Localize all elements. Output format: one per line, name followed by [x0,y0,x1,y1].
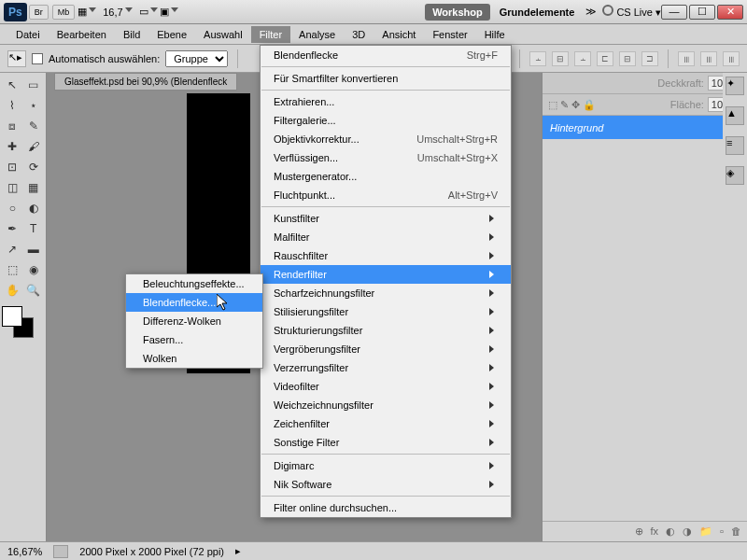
dodge-tool[interactable]: ◐ [24,199,44,217]
screenmode-icon[interactable]: ▣ [162,5,176,20]
zoom-field[interactable]: 16,7 [103,7,132,18]
shape-tool[interactable]: ▬ [24,240,44,259]
mask-icon[interactable]: ◐ [666,525,675,538]
filter-item[interactable]: Filtergalerie... [261,111,511,130]
filter-item[interactable]: Für Smartfilter konvertieren [261,69,511,88]
adjust-icon[interactable]: ◑ [683,525,692,538]
viewmode-icon[interactable]: ▭ [141,5,156,20]
close-button[interactable]: ✕ [717,5,743,20]
auto-select-checkbox[interactable] [32,53,43,64]
menu-filter[interactable]: Filter [251,26,290,43]
camera-tool[interactable]: ◉ [24,260,44,279]
menu-bild[interactable]: Bild [115,26,148,43]
crop-tool[interactable]: ⧈ [3,117,22,135]
eraser-tool[interactable]: ◫ [3,178,22,197]
workspace-more[interactable]: ≫ [585,6,597,18]
panel-icon[interactable]: ≡ [726,136,744,155]
submenu-item[interactable]: Beleuchtungseffekte... [126,274,262,293]
filter-item[interactable]: Objektivkorrektur...Umschalt+Strg+R [261,130,511,148]
3d-tool[interactable]: ⬚ [3,260,22,279]
marquee-tool[interactable]: ▭ [24,76,44,94]
menu-hilfe[interactable]: Hilfe [476,26,514,43]
new-icon[interactable]: ▫ [720,525,724,538]
move-tool-indicator[interactable]: ↖▸ [7,50,26,67]
status-arrow[interactable]: ▸ [235,545,241,557]
menu-fenster[interactable]: Fenster [424,26,475,43]
trash-icon[interactable]: 🗑 [731,525,741,538]
filter-item[interactable]: Verflüssigen...Umschalt+Strg+X [261,148,511,167]
submenu-item[interactable]: Fasern... [126,330,262,349]
align-hcenter-icon[interactable]: ⊟ [619,51,636,66]
filter-item[interactable]: Rauschfilter [261,246,511,265]
filter-item[interactable]: Mustergenerator... [261,167,511,186]
cslive-button[interactable]: CS Live ▾ [602,5,661,19]
filter-item[interactable]: Scharfzeichnungsfilter [261,284,511,302]
filter-item[interactable]: Verzerrungsfilter [261,358,511,377]
move-tool[interactable]: ↖ [3,76,22,94]
menu-3d[interactable]: 3D [344,26,374,43]
hand-tool[interactable]: ✋ [3,281,22,300]
status-zoom[interactable]: 16,67% [7,546,42,557]
align-top-icon[interactable]: ⫠ [529,51,546,66]
menu-ansicht[interactable]: Ansicht [374,26,424,43]
layer-row[interactable]: Hintergrund 🔒 [543,116,747,139]
fx-icon[interactable]: fx [651,525,659,538]
status-icon[interactable] [53,545,68,558]
filter-item[interactable]: Strukturierungsfilter [261,321,511,340]
pen-tool[interactable]: ✒ [3,219,22,238]
brush-tool[interactable]: 🖌 [24,137,44,156]
menu-ebene[interactable]: Ebene [148,26,195,43]
path-tool[interactable]: ↗ [3,240,22,259]
panel-icon[interactable]: ▲ [726,106,744,125]
filter-item[interactable]: Nik Software [261,475,511,494]
maximize-button[interactable]: ☐ [689,5,715,20]
filter-item[interactable]: Extrahieren... [261,92,511,111]
panel-icon[interactable]: ◈ [726,166,744,185]
heal-tool[interactable]: ✚ [3,137,22,156]
menu-analyse[interactable]: Analyse [290,26,344,43]
folder-icon[interactable]: 📁 [699,525,712,538]
minibridge-button[interactable]: Mb [52,5,76,20]
type-tool[interactable]: T [24,219,44,238]
stamp-tool[interactable]: ⊡ [3,158,22,176]
link-icon[interactable]: ⊕ [635,525,643,538]
auto-select-dropdown[interactable]: Gruppe [165,50,228,67]
bridge-button[interactable]: Br [29,5,49,20]
filter-item[interactable]: Malfilter [261,228,511,246]
filter-item[interactable]: Fluchtpunkt...Alt+Strg+V [261,186,511,204]
workspace-grundelemente[interactable]: Grundelemente [500,7,575,18]
blur-tool[interactable]: ○ [3,199,22,217]
wand-tool[interactable]: ⋆ [24,96,44,115]
menu-datei[interactable]: Datei [7,26,49,43]
align-vcenter-icon[interactable]: ⊟ [552,51,569,66]
menu-auswahl[interactable]: Auswahl [195,26,251,43]
menu-bearbeiten[interactable]: Bearbeiten [49,26,115,43]
filter-item[interactable]: Renderfilter [261,265,511,284]
submenu-item[interactable]: Blendenflecke... [126,293,262,312]
minimize-button[interactable]: — [661,5,687,20]
align-bottom-icon[interactable]: ⫠ [574,51,591,66]
history-tool[interactable]: ⟳ [24,158,44,176]
lasso-tool[interactable]: ⌇ [3,96,22,115]
filter-item[interactable]: Videofilter [261,377,511,396]
document-tab[interactable]: Glaseffekt.psd bei 90,9% (Blendenfleck [54,73,237,91]
workspace-workshop[interactable]: Workshop [425,4,490,21]
zoom-tool[interactable]: 🔍 [24,281,44,300]
extras-icon[interactable]: ▦ [79,5,94,20]
color-swatch[interactable] [2,306,35,340]
filter-item[interactable]: Zeichenfilter [261,414,511,433]
gradient-tool[interactable]: ▦ [24,178,44,197]
submenu-item[interactable]: Differenz-Wolken [126,312,262,330]
filter-item[interactable]: Weichzeichnungsfilter [261,396,511,414]
filter-item[interactable]: Digimarc [261,456,511,475]
distribute-icon[interactable]: ⫼ [700,51,717,66]
panel-icon[interactable]: ✦ [726,77,744,95]
filter-item[interactable]: Filter online durchsuchen... [261,498,511,517]
filter-item[interactable]: Sonstige Filter [261,433,511,452]
lock-icons[interactable]: ⬚ ✎ ✥ 🔒 [548,99,596,111]
filter-item[interactable]: Stilisierungsfilter [261,302,511,321]
align-left-icon[interactable]: ⊏ [597,51,613,66]
submenu-item[interactable]: Wolken [126,349,262,368]
align-right-icon[interactable]: ⊐ [641,51,658,66]
distribute-icon[interactable]: ⫼ [723,51,740,66]
